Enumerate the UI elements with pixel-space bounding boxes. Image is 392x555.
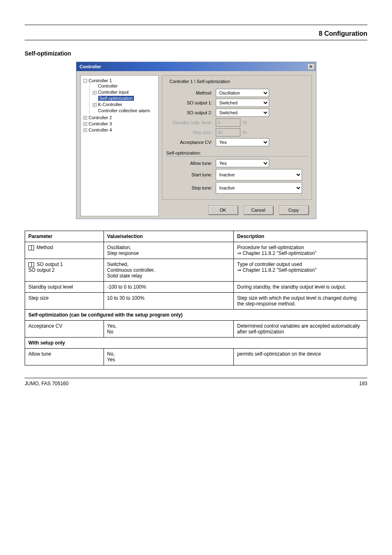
step-input xyxy=(216,128,240,136)
copy-button[interactable]: Copy xyxy=(279,206,309,215)
so1-label: SO output 1: xyxy=(166,100,216,105)
table-row: SO output 1 SO output 2Switched, Continu… xyxy=(25,259,367,282)
start-tune-label: Start tune: xyxy=(166,172,216,177)
stop-tune-select[interactable]: Inactive xyxy=(216,182,302,194)
form-panel: Controller 1 \ Self-optimization Method:… xyxy=(162,75,312,216)
step-label: Step size: xyxy=(166,130,216,135)
page-footer: JUMO, FAS 705160 183 xyxy=(25,378,367,386)
titlebar: Controller ✕ xyxy=(76,62,316,71)
tree-controller-input[interactable]: +Controller input xyxy=(93,89,157,95)
cancel-button[interactable]: Cancel xyxy=(244,206,273,215)
tree-controller[interactable]: Controller xyxy=(93,83,157,89)
allow-tune-label: Allow tune: xyxy=(166,161,216,166)
close-icon[interactable]: ✕ xyxy=(307,63,315,70)
tree-controller-4[interactable]: +Controller 4 xyxy=(83,127,157,133)
col-parameter: Parameter xyxy=(25,231,104,242)
book-icon xyxy=(28,245,34,250)
parameter-table: Parameter Value/selection Description Me… xyxy=(25,231,367,365)
so-output-1-select[interactable]: Switched xyxy=(216,99,269,107)
tree-controller-3[interactable]: +Controller 3 xyxy=(83,120,157,127)
tree-controller-1[interactable]: -Controller 1 Controller +Controller inp… xyxy=(83,77,157,114)
col-values: Value/selection xyxy=(104,231,234,242)
table-row: Standby output level-100 to 0 to 100%Dur… xyxy=(25,282,367,293)
table-row: Acceptance CVYes, NoDetermined control v… xyxy=(25,321,367,338)
footer-left: JUMO, FAS 705160 xyxy=(25,381,69,386)
so-output-2-select[interactable]: Switched xyxy=(216,109,269,117)
tree-self-optimization[interactable]: Self-optimization xyxy=(93,95,157,102)
table-row: MethodOscillation, Step responseProcedur… xyxy=(25,242,367,259)
accept-label: Acceptance CV: xyxy=(166,140,216,145)
controller-window: Controller ✕ -Controller 1 Controller +C… xyxy=(76,62,316,219)
page-header: 8 Configuration xyxy=(25,30,367,37)
col-description: Description xyxy=(234,231,367,242)
tree-collective-alarm[interactable]: Controller collective alarm xyxy=(93,108,157,114)
table-row: Self-optimization (can be configured wit… xyxy=(25,310,367,321)
stop-tune-label: Stop tune: xyxy=(166,185,216,190)
method-label: Method: xyxy=(166,90,216,95)
allow-tune-select[interactable]: Yes xyxy=(216,159,269,167)
tree-controller-2[interactable]: +Controller 2 xyxy=(83,114,157,120)
window-title: Controller xyxy=(80,64,101,69)
table-row: Allow tuneNo, Yespermits self-optimizati… xyxy=(25,349,367,365)
so2-label: SO output 2: xyxy=(166,110,216,115)
start-tune-select[interactable]: Inactive xyxy=(216,169,302,180)
method-select[interactable]: Oscillation xyxy=(216,89,269,97)
self-opt-subhead: Self-optimization: xyxy=(166,150,307,155)
ok-button[interactable]: OK xyxy=(208,206,238,215)
step-unit: % xyxy=(243,130,247,135)
standby-input xyxy=(216,118,240,127)
controller-tree[interactable]: -Controller 1 Controller +Controller inp… xyxy=(81,75,159,216)
standby-label: Standby outp. level: xyxy=(166,120,216,125)
tree-k-controller[interactable]: +K-Controller xyxy=(93,102,157,108)
table-row: With setup only xyxy=(25,338,367,349)
standby-unit: % xyxy=(243,120,247,125)
footer-right: 183 xyxy=(359,381,367,386)
acceptance-cv-select[interactable]: Yes xyxy=(216,138,269,146)
section-title: Self-optimization xyxy=(25,50,367,57)
table-row: Step size10 to 30 to 100%Step size with … xyxy=(25,293,367,310)
book-icon xyxy=(28,262,34,267)
breadcrumb: Controller 1 \ Self-optimization xyxy=(168,79,232,84)
